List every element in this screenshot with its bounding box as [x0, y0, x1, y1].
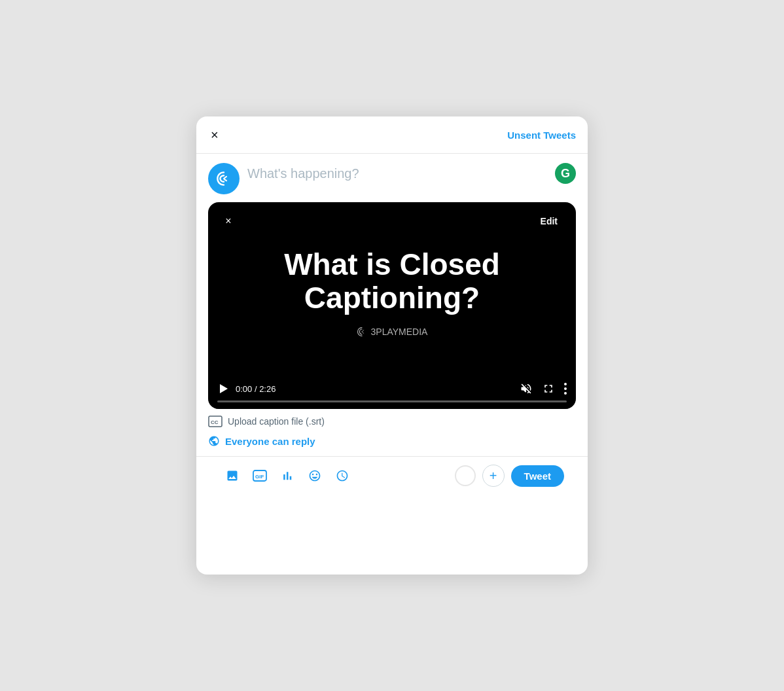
brand-icon	[357, 327, 367, 337]
play-button[interactable]	[217, 383, 229, 395]
close-button[interactable]: ×	[208, 126, 221, 144]
video-close-button[interactable]: ×	[217, 210, 240, 232]
unsent-tweets-button[interactable]: Unsent Tweets	[507, 130, 576, 141]
gif-icon: GIF	[253, 470, 267, 482]
tweet-compose-modal: × Unsent Tweets What's happening? G	[196, 116, 588, 575]
schedule-button[interactable]	[330, 463, 355, 488]
character-counter	[455, 465, 476, 486]
video-edit-button[interactable]: Edit	[531, 210, 567, 232]
poll-icon	[281, 469, 294, 482]
more-options-icon	[564, 383, 567, 395]
tweet-button[interactable]: Tweet	[511, 465, 564, 487]
progress-bar[interactable]	[217, 400, 567, 402]
user-avatar	[208, 163, 240, 194]
caption-icon: CC	[208, 416, 223, 427]
poll-button[interactable]	[275, 463, 300, 488]
globe-icon	[208, 435, 220, 447]
svg-text:CC: CC	[211, 419, 219, 425]
everyone-reply-label: Everyone can reply	[225, 436, 315, 447]
composer-top-row: What's happening? G	[208, 163, 576, 194]
svg-point-4	[564, 392, 567, 395]
controls-row: 0:00 / 2:26	[217, 382, 567, 395]
fullscreen-icon	[542, 382, 555, 395]
toolbar-right: + Tweet	[455, 465, 564, 487]
mute-icon	[520, 382, 533, 395]
fullscreen-button[interactable]	[542, 382, 555, 395]
play-icon	[217, 383, 229, 395]
gif-button[interactable]: GIF	[247, 463, 272, 488]
avatar-icon	[213, 168, 234, 189]
composer-area: What's happening? G × Edit What is Close…	[196, 154, 588, 575]
toolbar: GIF +	[208, 457, 576, 495]
video-title: What is Closed Captioning?	[271, 248, 513, 314]
schedule-icon	[336, 469, 349, 482]
time-display: 0:00 / 2:26	[236, 384, 276, 394]
image-button[interactable]	[220, 463, 245, 488]
controls-right	[520, 382, 567, 395]
everyone-can-reply[interactable]: Everyone can reply	[208, 435, 576, 447]
video-brand: 3PLAYMEDIA	[357, 327, 428, 337]
more-options-button[interactable]	[564, 383, 567, 395]
svg-point-2	[564, 383, 567, 385]
modal-header: × Unsent Tweets	[196, 116, 588, 154]
mute-button[interactable]	[520, 382, 533, 395]
image-icon	[226, 469, 239, 482]
grammarly-badge: G	[555, 163, 576, 184]
add-tweet-button[interactable]: +	[482, 465, 505, 487]
emoji-icon	[308, 469, 321, 482]
emoji-button[interactable]	[302, 463, 327, 488]
svg-point-3	[564, 387, 567, 390]
svg-text:GIF: GIF	[255, 474, 264, 480]
compose-placeholder: What's happening?	[247, 166, 359, 181]
video-controls: 0:00 / 2:26	[208, 377, 576, 409]
caption-upload-label: Upload caption file (.srt)	[228, 416, 325, 427]
svg-marker-1	[220, 384, 228, 393]
video-overlay-top: × Edit	[208, 202, 576, 240]
compose-input-area[interactable]: What's happening? G	[247, 163, 576, 184]
caption-upload[interactable]: CC Upload caption file (.srt)	[208, 416, 576, 427]
video-container: × Edit What is Closed Captioning? 3PLAYM…	[208, 202, 576, 409]
brand-name-text: 3PLAYMEDIA	[371, 327, 428, 337]
